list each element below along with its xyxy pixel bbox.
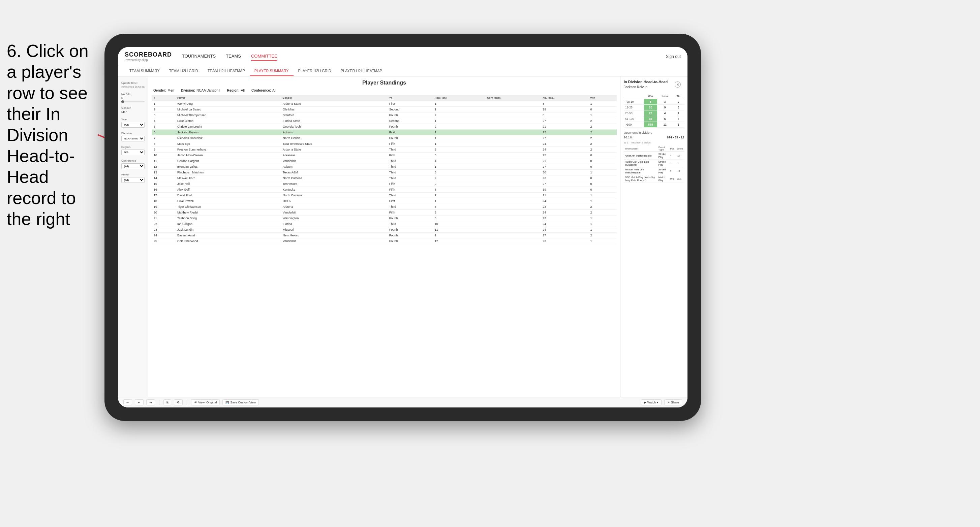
tablet-frame: SCOREBOARD Powered by clippi TOURNAMENTS… <box>105 34 701 421</box>
h2h-tie: 5 <box>673 105 684 110</box>
cell-conf-rank <box>485 118 541 124</box>
tab-player-summary[interactable]: PLAYER SUMMARY <box>250 66 294 76</box>
cell-reg-rank: 1 <box>433 118 485 124</box>
tab-player-h2h-grid[interactable]: PLAYER H2H GRID <box>294 66 336 76</box>
table-row[interactable]: 1 Wenyi Ding Arizona State First 1 8 1 <box>152 101 617 107</box>
table-row[interactable]: 12 Brendan Valles Auburn Third 1 27 0 <box>152 164 617 170</box>
nav-bar: SCOREBOARD Powered by clippi TOURNAMENTS… <box>118 47 687 66</box>
table-row[interactable]: 16 Alex Goff Kentucky Fifth 8 19 0 <box>152 187 617 193</box>
view-original-button[interactable]: 👁 View: Original <box>191 399 220 405</box>
settings-button[interactable]: ⚙ <box>174 399 183 405</box>
undo-button[interactable]: ↩ <box>123 399 132 405</box>
table-row[interactable]: 15 Jake Hall Tennessee Fifth 2 27 0 <box>152 181 617 187</box>
cell-player: Cole Sherwood <box>175 238 281 244</box>
table-row[interactable]: 9 Preston Summerhays Arizona State Third… <box>152 147 617 152</box>
watch-button[interactable]: ▶ Watch ▾ <box>641 399 662 405</box>
share-button[interactable]: ↗ Share <box>664 399 682 405</box>
table-row[interactable]: 19 Tiger Christensen Arizona Third 8 23 … <box>152 204 617 210</box>
cell-win: 2 <box>588 130 617 135</box>
cell-school: Vanderbilt <box>281 158 387 164</box>
h2h-close-button[interactable]: ✕ <box>675 81 681 87</box>
cell-win: 0 <box>588 107 617 113</box>
cell-no-rds: 8 <box>541 101 588 107</box>
table-row[interactable]: 18 Luke Powell UCLA First 1 24 1 <box>152 198 617 204</box>
table-row[interactable]: 5 Christo Lamprecht Georgia Tech Fourth … <box>152 124 617 130</box>
table-row[interactable]: 8 Mats Ege East Tennessee State Fifth 1 … <box>152 141 617 147</box>
cell-win: 1 <box>588 113 617 118</box>
conference-select[interactable]: (All) <box>121 163 145 169</box>
filter-gender: Gender: Men <box>153 89 174 92</box>
h2h-win: 20 <box>644 105 657 110</box>
table-row[interactable]: 10 Jacob Mou-Olesen Arkansas Fifth 3 25 … <box>152 152 617 158</box>
table-row[interactable]: 14 Maxwell Ford North Carolina Third 2 2… <box>152 175 617 181</box>
cell-school: Kentucky <box>281 187 387 193</box>
table-row[interactable]: 21 Taehoon Song Washington Fourth 6 23 1 <box>152 216 617 221</box>
cell-yr: Third <box>387 221 433 227</box>
table-row[interactable]: 13 Phichaksn Maichon Texas A&M Third 6 3… <box>152 170 617 175</box>
nav-tournaments[interactable]: TOURNAMENTS <box>182 52 216 60</box>
table-row[interactable]: 6 Jackson Koivun Auburn First 1 25 2 <box>152 130 617 135</box>
rds-slider-track[interactable] <box>121 101 145 102</box>
forward-button[interactable]: ↪ <box>146 399 155 405</box>
division-select[interactable]: NCAA Division I <box>121 136 145 141</box>
cell-yr: Fourth <box>387 227 433 233</box>
cell-conf-rank <box>485 204 541 210</box>
h2h-label: 26-50 <box>624 110 644 116</box>
cell-rank: 5 <box>152 124 175 130</box>
tab-team-summary[interactable]: TEAM SUMMARY <box>125 66 164 76</box>
cell-conf-rank <box>485 147 541 152</box>
scoreboard-title: SCOREBOARD <box>125 51 172 58</box>
cell-yr: Second <box>387 118 433 124</box>
cell-win: 0 <box>588 181 617 187</box>
table-row[interactable]: 20 Matthew Riedel Vanderbilt Fifth 6 24 … <box>152 210 617 216</box>
region-select[interactable]: N/A <box>121 149 145 155</box>
save-custom-button[interactable]: 💾 Save Custom View <box>223 399 259 405</box>
table-row[interactable]: 7 Nicholas Gabrelcik North Florida Fourt… <box>152 135 617 141</box>
watch-icon: ▶ <box>644 401 646 404</box>
tab-player-h2h-heatmap[interactable]: PLAYER H2H HEATMAP <box>336 66 387 76</box>
rds-slider-thumb[interactable] <box>121 100 124 103</box>
table-row[interactable]: 25 Cole Sherwood Vanderbilt Fourth 12 23… <box>152 238 617 244</box>
cell-school: Washington <box>281 216 387 221</box>
watch-label: Watch <box>648 401 656 404</box>
tab-team-h2h-heatmap[interactable]: TEAM H2H HEATMAP <box>203 66 250 76</box>
h2h-tie: 1 <box>673 110 684 116</box>
cell-player: Michael Thorbjornsen <box>175 113 281 118</box>
sign-out-link[interactable]: Sign out <box>666 54 681 59</box>
table-row[interactable]: 23 Jack Lundin Missouri Fourth 11 24 1 <box>152 227 617 233</box>
col-win: Win <box>588 95 617 101</box>
cell-win: 1 <box>588 170 617 175</box>
cell-rank: 10 <box>152 152 175 158</box>
tab-team-h2h-grid[interactable]: TEAM H2H GRID <box>164 66 203 76</box>
table-row[interactable]: 4 Luke Claton Florida State Second 1 27 … <box>152 118 617 124</box>
table-row[interactable]: 24 Bastien Amat New Mexico Fourth 1 27 2 <box>152 233 617 238</box>
table-row[interactable]: 2 Michael La Sasso Ole Miss Second 1 19 … <box>152 107 617 113</box>
nav-committee[interactable]: COMMITTEE <box>251 52 277 60</box>
col-yr: Yr <box>387 95 433 101</box>
wlt-section: 98.1% 674 - 33 - 12 <box>624 136 684 139</box>
copy-button[interactable]: ⎘ <box>164 399 171 405</box>
cell-yr: Fourth <box>387 233 433 238</box>
cell-rank: 2 <box>152 107 175 113</box>
cell-player: Gordon Sargent <box>175 158 281 164</box>
cell-no-rds: 27 <box>541 164 588 170</box>
nav-teams[interactable]: TEAMS <box>226 52 241 60</box>
cell-conf-rank <box>485 210 541 216</box>
cell-yr: Fourth <box>387 124 433 130</box>
cell-rank: 22 <box>152 221 175 227</box>
player-select[interactable]: (All) <box>121 177 145 183</box>
cell-school: Arizona State <box>281 147 387 152</box>
cell-win: 1 <box>588 238 617 244</box>
h2h-col-win: Win <box>644 94 657 99</box>
table-row[interactable]: 17 David Ford North Carolina Third 1 21 … <box>152 193 617 198</box>
table-row[interactable]: 3 Michael Thorbjornsen Stanford Fourth 2… <box>152 113 617 118</box>
t-name: SEC Match Play hosted by Jerry Pate Roun… <box>624 175 657 183</box>
table-row[interactable]: 11 Gordon Sargent Vanderbilt Third 4 21 … <box>152 158 617 164</box>
year-select[interactable]: (All) <box>121 122 145 128</box>
cell-reg-rank: 1 <box>433 130 485 135</box>
table-row[interactable]: 22 Ian Gilligan Florida Third 10 24 1 <box>152 221 617 227</box>
tournament-table: Tournament Event Type Pos Score Amer Am … <box>624 146 684 183</box>
col-rank: # <box>152 95 175 101</box>
h2h-col-label <box>624 94 644 99</box>
redo-button[interactable]: ↩ <box>135 399 143 405</box>
